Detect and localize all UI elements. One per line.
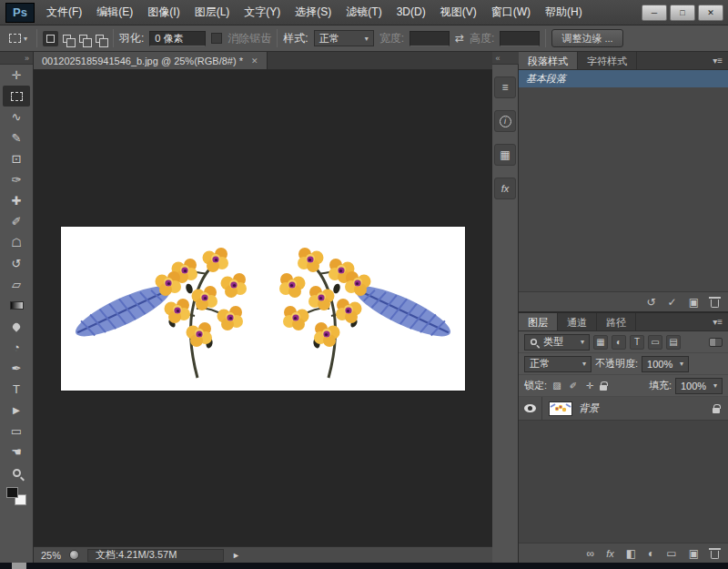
tool-path-selection[interactable]: ► [3,400,30,421]
tool-move[interactable]: ✛ [3,65,30,86]
clear-override-icon[interactable]: ✓ [668,296,677,309]
new-selection-button[interactable] [43,31,58,46]
filter-type-icon[interactable]: T [630,335,644,350]
feather-input[interactable]: 0 像素 [149,31,206,46]
subtract-selection-button[interactable] [76,31,91,46]
panel-menu-icon[interactable]: ▾≡ [713,313,728,330]
width-input[interactable] [410,31,450,46]
antialias-checkbox[interactable] [211,33,222,44]
tab-channels[interactable]: 通道 [558,313,597,330]
tab-layers[interactable]: 图层 [519,313,558,330]
tab-character-styles[interactable]: 字符样式 [578,52,637,69]
menu-window[interactable]: 窗口(W) [484,0,538,25]
redefine-style-icon[interactable]: ↺ [647,296,656,309]
filter-smart-object-icon[interactable]: ▤ [666,335,681,350]
filter-pixel-icon[interactable]: ▦ [593,335,608,350]
tool-pen[interactable]: ✒ [3,358,30,379]
document-tab[interactable]: 0012025185941546_b.jpg @ 25%(RGB/8#) * ✕ [34,52,268,69]
fill-select[interactable]: 100% ▾ [675,378,723,394]
opacity-select[interactable]: 100% ▾ [642,356,689,372]
canvas-image[interactable] [61,227,465,391]
zoom-level[interactable]: 25% [41,550,61,561]
filter-adjustment-icon[interactable]: ◐ [612,335,626,350]
tool-dodge[interactable]: ◔ [3,337,30,358]
tool-gradient[interactable] [3,295,30,316]
tab-paragraph-styles[interactable]: 段落样式 [519,52,578,69]
tool-history-brush[interactable]: ↺ [3,253,30,274]
tool-eraser[interactable]: ▱ [3,274,30,295]
layer-row-background[interactable]: 背景 [519,397,728,421]
info-panel-icon[interactable]: i [494,110,516,132]
menu-filter[interactable]: 滤镜(T) [339,0,389,25]
swap-dimensions-icon[interactable]: ⇄ [455,32,464,45]
tool-options-bar: ▾ 羽化: 0 像素 消除锯齿 样式: 正常 ▾ 宽度: ⇄ 高度: 调整边缘 … [0,25,728,52]
style-select[interactable]: 正常 ▾ [314,30,374,46]
tool-lasso[interactable]: ∿ [3,107,30,127]
link-layers-icon[interactable]: ∞ [587,547,595,560]
filter-shape-icon[interactable]: ▭ [648,335,662,350]
menu-edit[interactable]: 编辑(E) [89,0,140,25]
quick-selection-icon: ✎ [12,131,22,145]
canvas-background[interactable] [34,70,492,546]
layers-panel-footer: ∞ fx ◧ ◐ ▭ ▣ [519,543,728,563]
tool-rectangular-marquee[interactable] [3,86,30,107]
lock-all-icon[interactable] [600,385,607,391]
intersect-selection-button[interactable] [92,31,107,46]
height-input[interactable] [500,31,540,46]
delete-layer-icon[interactable] [711,551,719,559]
menu-3d[interactable]: 3D(D) [389,0,433,25]
adjustment-layer-icon[interactable]: ◐ [648,547,654,560]
tool-preset-picker[interactable]: ▾ [5,32,31,45]
filter-kind-select[interactable]: 类型 ▾ [524,334,590,351]
tool-crop[interactable]: ⊡ [3,148,30,169]
layer-thumbnail[interactable] [549,401,572,416]
menu-image[interactable]: 图像(I) [140,0,187,25]
tool-blur[interactable] [3,316,30,337]
layer-name[interactable]: 背景 [579,401,599,415]
add-mask-icon[interactable]: ◧ [626,547,636,560]
new-group-icon[interactable]: ▭ [666,547,676,560]
tool-eyedropper[interactable]: ✑ [3,169,30,190]
lock-pixels-icon[interactable]: ✐ [567,381,580,391]
layer-style-icon[interactable]: fx [606,548,614,559]
tool-type[interactable]: T [3,379,30,400]
new-style-icon[interactable]: ▣ [689,296,699,309]
tab-paths[interactable]: 路径 [597,313,636,330]
lock-transparent-icon[interactable]: ▨ [551,381,563,391]
tool-clone-stamp[interactable]: ☖ [3,232,30,253]
histogram-panel-icon[interactable]: ▦ [494,144,516,166]
dock-collapse-button[interactable]: « [492,52,519,65]
status-expand-button[interactable]: ► [232,551,240,560]
toolbox-collapse-button[interactable]: » [0,52,33,65]
tool-hand[interactable]: ☚ [3,442,30,462]
menu-file[interactable]: 文件(F) [39,0,89,25]
lock-position-icon[interactable]: ✛ [583,381,596,391]
minimize-button[interactable]: ─ [642,5,667,21]
tab-close-icon[interactable]: ✕ [251,56,258,66]
menu-select[interactable]: 选择(S) [288,0,339,25]
tool-spot-healing[interactable]: ✚ [3,190,30,211]
maximize-button[interactable]: □ [670,5,695,21]
tool-quick-selection[interactable]: ✎ [3,127,30,148]
tool-rectangle-shape[interactable]: ▭ [3,421,30,442]
effects-panel-icon[interactable]: fx [494,178,516,199]
refine-edge-button[interactable]: 调整边缘 ... [551,29,622,47]
blend-mode-select[interactable]: 正常 ▾ [524,356,592,372]
menu-help[interactable]: 帮助(H) [538,0,590,25]
close-button[interactable]: ✕ [698,5,723,21]
add-selection-button[interactable] [59,31,75,46]
taskbar-icon[interactable] [12,563,26,569]
menu-view[interactable]: 视图(V) [433,0,484,25]
menu-type[interactable]: 文字(Y) [237,0,288,25]
list-item-basic-paragraph[interactable]: 基本段落 [519,70,728,87]
filter-toggle-switch[interactable] [709,338,723,347]
tool-zoom[interactable] [3,462,30,483]
adjustments-panel-icon[interactable]: ≡ [494,76,516,98]
panel-menu-icon[interactable]: ▾≡ [713,52,728,69]
tool-brush[interactable]: ✐ [3,211,30,232]
layer-visibility-cell[interactable] [519,397,542,420]
menu-layer[interactable]: 图层(L) [187,0,238,25]
delete-style-icon[interactable] [711,300,719,308]
new-layer-icon[interactable]: ▣ [689,547,699,560]
color-swatches[interactable] [6,487,26,505]
